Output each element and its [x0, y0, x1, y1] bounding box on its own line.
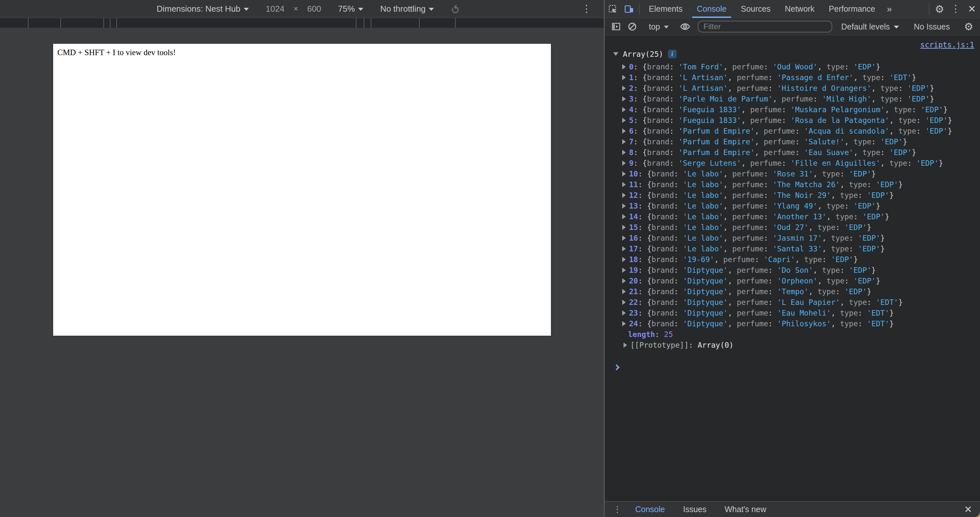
- close-devtools-button[interactable]: ✕: [964, 0, 980, 18]
- punctuation: ,: [723, 212, 732, 221]
- console-entry-row[interactable]: 8: {brand: 'Parfum d Empire', perfume: '…: [605, 147, 980, 158]
- expand-arrow-icon[interactable]: [622, 203, 626, 209]
- object-value: 'Salute!': [804, 137, 845, 146]
- expand-arrow-icon[interactable]: [622, 268, 626, 273]
- context-selector[interactable]: top: [645, 22, 673, 32]
- expand-arrow-icon[interactable]: [622, 300, 626, 305]
- expand-arrow-icon[interactable]: [622, 64, 626, 69]
- expand-arrow-icon[interactable]: [622, 128, 626, 134]
- punctuation: ,: [845, 137, 854, 146]
- device-toolbar-menu-icon[interactable]: ⋮: [582, 6, 592, 12]
- log-levels-select[interactable]: Default levels: [837, 22, 904, 32]
- drawer-close-button[interactable]: ✕: [956, 505, 980, 514]
- expand-arrow-icon[interactable]: [622, 107, 626, 112]
- drawer-menu-icon[interactable]: ⋮: [605, 507, 629, 512]
- console-entry-row[interactable]: 3: {brand: 'Parle Moi de Parfum', perfum…: [605, 93, 980, 104]
- expand-arrow-icon[interactable]: [622, 236, 626, 241]
- rotate-icon[interactable]: ⟲: [450, 4, 461, 14]
- console-settings-button[interactable]: ⚙: [961, 21, 977, 32]
- clear-console-button[interactable]: [624, 22, 640, 32]
- console-entry-row[interactable]: 22: {brand: 'Diptyque', perfume: 'L Eau …: [605, 297, 980, 308]
- expand-arrow-icon[interactable]: [622, 96, 626, 102]
- expand-arrow-icon[interactable]: [622, 257, 626, 262]
- expand-arrow-icon[interactable]: [622, 161, 626, 166]
- collapse-arrow-icon[interactable]: [613, 52, 618, 56]
- expand-arrow-icon[interactable]: [622, 139, 626, 144]
- expand-arrow-icon[interactable]: [622, 182, 626, 187]
- console-entry-row[interactable]: 2: {brand: 'L Artisan', perfume: 'Histoi…: [605, 83, 980, 93]
- console-entry-row[interactable]: 21: {brand: 'Diptyque', perfume: 'Tempo'…: [605, 286, 980, 297]
- tab-elements[interactable]: Elements: [642, 0, 690, 18]
- punctuation: }: [872, 170, 876, 178]
- console-entry-row[interactable]: 24: {brand: 'Diptyque', perfume: 'Philos…: [605, 318, 980, 329]
- console-entry-row[interactable]: 11: {brand: 'Le labo', perfume: 'The Mat…: [605, 179, 980, 190]
- console-entry-row[interactable]: 9: {brand: 'Serge Lutens', perfume: 'Fil…: [605, 158, 980, 168]
- tab-console[interactable]: Console: [690, 0, 734, 18]
- expand-arrow-icon[interactable]: [622, 118, 626, 123]
- console-entry-row[interactable]: 4: {brand: 'Fueguia 1833', perfume: 'Mus…: [605, 104, 980, 115]
- console-sidebar-button[interactable]: [608, 22, 624, 32]
- devtools-menu-button[interactable]: ⋮: [948, 0, 964, 18]
- console-toolbar: top Default levels No Issues ⚙: [605, 18, 980, 35]
- console-entry-row[interactable]: 19: {brand: 'Diptyque', perfume: 'Do Son…: [605, 265, 980, 275]
- punctuation: :: [670, 95, 679, 103]
- console-entry-row[interactable]: 18: {brand: '19-69', perfume: 'Capri', t…: [605, 254, 980, 265]
- console-entry-row[interactable]: 23: {brand: 'Diptyque', perfume: 'Eau Mo…: [605, 308, 980, 318]
- expand-arrow-icon[interactable]: [624, 343, 627, 348]
- divider: [929, 3, 929, 14]
- device-height-field[interactable]: 600: [307, 4, 321, 14]
- expand-arrow-icon[interactable]: [622, 289, 626, 294]
- expand-arrow-icon[interactable]: [622, 75, 626, 80]
- console-prompt[interactable]: [605, 362, 980, 373]
- toggle-device-toolbar-button[interactable]: [621, 0, 637, 18]
- prototype-key: [[Prototype]]: [630, 341, 689, 349]
- expand-arrow-icon[interactable]: [622, 193, 626, 198]
- console-entry-row[interactable]: 1: {brand: 'L Artisan', perfume: 'Passag…: [605, 72, 980, 83]
- more-tabs-button[interactable]: »: [882, 0, 896, 18]
- expand-arrow-icon[interactable]: [622, 246, 626, 251]
- live-expression-button[interactable]: [677, 21, 693, 32]
- console-entry-row[interactable]: 6: {brand: 'Parfum d Empire', perfume: '…: [605, 126, 980, 136]
- punctuation: :: [853, 212, 862, 221]
- expand-arrow-icon[interactable]: [622, 86, 626, 91]
- filter-input[interactable]: [698, 21, 832, 32]
- console-messages: scripts.js:1 Array(25) i 0: {brand: 'Tom…: [605, 35, 980, 501]
- source-link[interactable]: scripts.js:1: [920, 40, 974, 49]
- zoom-select[interactable]: 75%: [338, 4, 363, 14]
- console-entry-row[interactable]: 13: {brand: 'Le labo', perfume: 'Ylang 4…: [605, 201, 980, 211]
- expand-arrow-icon[interactable]: [622, 310, 626, 316]
- inspect-element-button[interactable]: [605, 0, 621, 18]
- console-entry-row[interactable]: 17: {brand: 'Le labo', perfume: 'Santal …: [605, 243, 980, 254]
- console-entry-row[interactable]: 12: {brand: 'Le labo', perfume: 'The Noi…: [605, 190, 980, 201]
- emulated-page[interactable]: CMD + SHFT + I to view dev tools!: [53, 44, 551, 336]
- expand-arrow-icon[interactable]: [622, 150, 626, 155]
- console-entry-row[interactable]: 5: {brand: 'Fueguia 1833', perfume: 'Ros…: [605, 115, 980, 126]
- console-entry-row[interactable]: 15: {brand: 'Le labo', perfume: 'Oud 27'…: [605, 222, 980, 233]
- expand-arrow-icon[interactable]: [622, 321, 626, 326]
- prototype-row[interactable]: [[Prototype]]: Array(0): [605, 340, 980, 350]
- console-entry-row[interactable]: 7: {brand: 'Parfum d Empire', perfume: '…: [605, 136, 980, 147]
- issues-counter[interactable]: No Issues: [908, 22, 956, 32]
- drawer-tab-console[interactable]: Console: [629, 503, 671, 516]
- expand-arrow-icon[interactable]: [622, 278, 626, 284]
- expand-arrow-icon[interactable]: [622, 171, 626, 176]
- drawer-tab-issues[interactable]: Issues: [677, 503, 713, 516]
- array-header[interactable]: Array(25) i: [613, 49, 677, 58]
- console-entry-row[interactable]: 20: {brand: 'Diptyque', perfume: 'Orpheo…: [605, 275, 980, 286]
- device-select[interactable]: Dimensions: Nest Hub: [156, 4, 249, 14]
- throttling-select[interactable]: No throttling: [380, 4, 434, 14]
- console-entry-row[interactable]: 10: {brand: 'Le labo', perfume: 'Rose 31…: [605, 168, 980, 179]
- tab-performance[interactable]: Performance: [821, 0, 882, 18]
- expand-arrow-icon[interactable]: [622, 225, 626, 230]
- drawer-tab-whats-new[interactable]: What's new: [718, 503, 773, 516]
- entry-index: 0: [629, 62, 633, 71]
- object-key: brand: [651, 170, 674, 178]
- console-entry-row[interactable]: 16: {brand: 'Le labo', perfume: 'Jasmin …: [605, 233, 980, 243]
- console-entry-row[interactable]: 0: {brand: 'Tom Ford', perfume: 'Oud Woo…: [605, 61, 980, 72]
- expand-arrow-icon[interactable]: [622, 214, 626, 219]
- device-width-field[interactable]: 1024: [266, 4, 285, 14]
- console-entry-row[interactable]: 14: {brand: 'Le labo', perfume: 'Another…: [605, 211, 980, 222]
- settings-button[interactable]: ⚙: [931, 0, 948, 18]
- tab-sources[interactable]: Sources: [734, 0, 778, 18]
- tab-network[interactable]: Network: [778, 0, 822, 18]
